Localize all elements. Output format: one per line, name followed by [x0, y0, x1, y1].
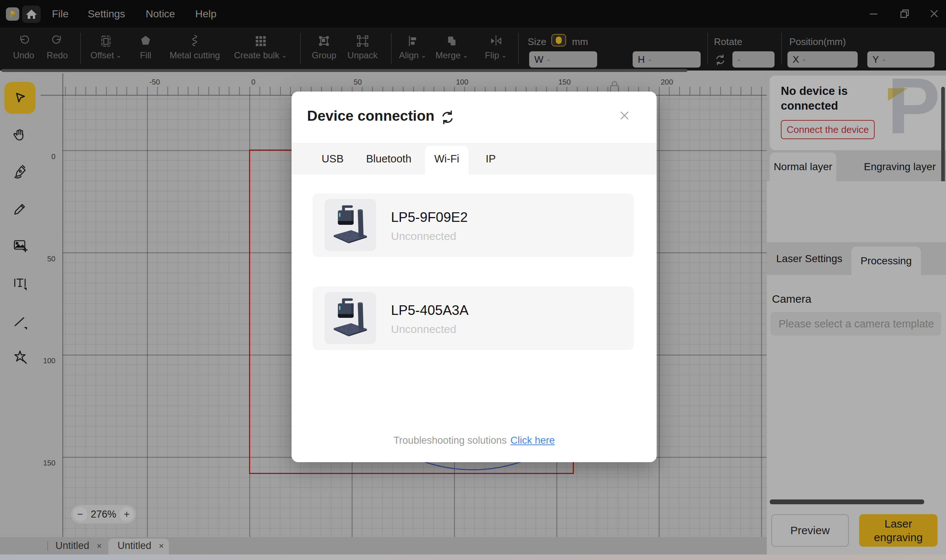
tab-ip[interactable]: IP — [486, 143, 495, 175]
device-list-item[interactable]: LP5-9F09E2 Unconnected — [313, 194, 634, 257]
modal-close-button[interactable] — [616, 107, 633, 124]
device-thumbnail — [324, 199, 376, 251]
device-name: LP5-9F09E2 — [391, 210, 468, 225]
device-list-item[interactable]: LP5-405A3A Unconnected — [313, 286, 634, 350]
troubleshooting-text: Troubleshooting solutions — [394, 435, 507, 446]
laser-engraver-icon — [330, 205, 371, 246]
tab-bluetooth[interactable]: Bluetooth — [366, 143, 412, 175]
tab-wifi[interactable]: Wi-Fi — [434, 143, 459, 175]
connection-tab-bar: USB Bluetooth Wi-Fi IP — [292, 143, 657, 175]
device-connection-modal: Device connection USB Bluetooth Wi-Fi IP — [292, 92, 657, 462]
troubleshooting-footer: Troubleshooting solutionsClick here — [292, 435, 657, 446]
device-thumbnail — [324, 292, 376, 344]
device-name: LP5-405A3A — [391, 303, 469, 318]
modal-title: Device connection — [307, 108, 435, 124]
device-status: Unconnected — [391, 230, 456, 243]
device-status: Unconnected — [391, 323, 456, 335]
app-window: File Settings Notice Help Undo Redo Offs… — [0, 0, 946, 560]
tab-usb[interactable]: USB — [321, 143, 344, 175]
troubleshooting-link[interactable]: Click here — [510, 435, 555, 446]
close-icon — [618, 109, 631, 122]
refresh-icon[interactable] — [439, 109, 456, 126]
laser-engraver-icon — [330, 297, 371, 339]
